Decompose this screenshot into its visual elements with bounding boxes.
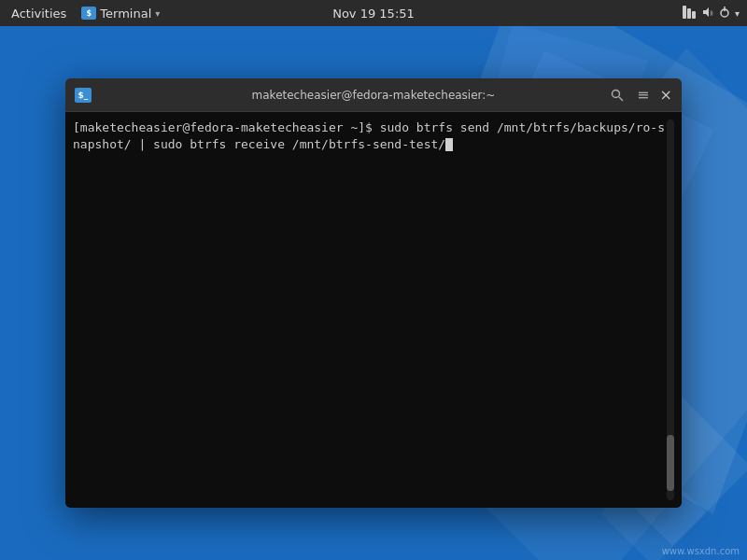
scrollbar-thumb[interactable] [667, 435, 674, 491]
topbar-left: Activities $ Terminal ▾ [7, 5, 163, 22]
titlebar-left: $_ [75, 88, 149, 103]
hamburger-menu-button[interactable]: ≡ [634, 86, 653, 105]
topbar-datetime: Nov 19 15:51 [332, 7, 415, 21]
svg-marker-3 [703, 7, 709, 17]
terminal-taskbar-icon: $ [81, 7, 96, 20]
titlebar-controls: ≡ × [598, 86, 672, 105]
system-tray: ) ) ▾ [683, 6, 740, 21]
network-icon[interactable] [683, 6, 698, 21]
svg-text:): ) [711, 9, 712, 16]
terminal-taskbar-button[interactable]: $ Terminal ▾ [78, 5, 163, 22]
sound-icon[interactable]: ) ) [701, 6, 714, 21]
terminal-window: $_ maketecheasier@fedora-maketecheasier:… [65, 78, 682, 508]
terminal-title: maketecheasier@fedora-maketecheasier:~ [149, 89, 598, 102]
main-content: $_ maketecheasier@fedora-maketecheasier:… [0, 26, 747, 560]
terminal-body[interactable]: [maketecheasier@fedora-maketecheasier ~]… [65, 112, 682, 508]
terminal-output: [maketecheasier@fedora-maketecheasier ~]… [73, 119, 667, 500]
terminal-cursor [445, 138, 453, 151]
svg-rect-2 [692, 11, 696, 19]
svg-point-8 [612, 90, 619, 97]
terminal-command: [maketecheasier@fedora-maketecheasier ~]… [73, 120, 665, 151]
terminal-title-icon: $_ [75, 88, 92, 103]
svg-rect-1 [687, 8, 691, 19]
search-button[interactable] [608, 86, 627, 105]
topbar-right: ) ) ▾ [683, 6, 740, 21]
terminal-dropdown-icon: ▾ [155, 8, 160, 19]
terminal-taskbar-label: Terminal [100, 7, 151, 21]
watermark: www.wsxdn.com [662, 546, 740, 556]
svg-rect-0 [683, 6, 686, 19]
terminal-scrollbar[interactable] [667, 119, 674, 500]
svg-line-9 [619, 97, 623, 101]
close-button[interactable]: × [660, 88, 672, 103]
terminal-titlebar: $_ maketecheasier@fedora-maketecheasier:… [65, 78, 682, 112]
power-icon[interactable] [718, 6, 731, 21]
activities-button[interactable]: Activities [7, 5, 70, 22]
topbar: Activities $ Terminal ▾ Nov 19 15:51 [0, 0, 747, 26]
dropdown-icon[interactable]: ▾ [735, 8, 740, 19]
